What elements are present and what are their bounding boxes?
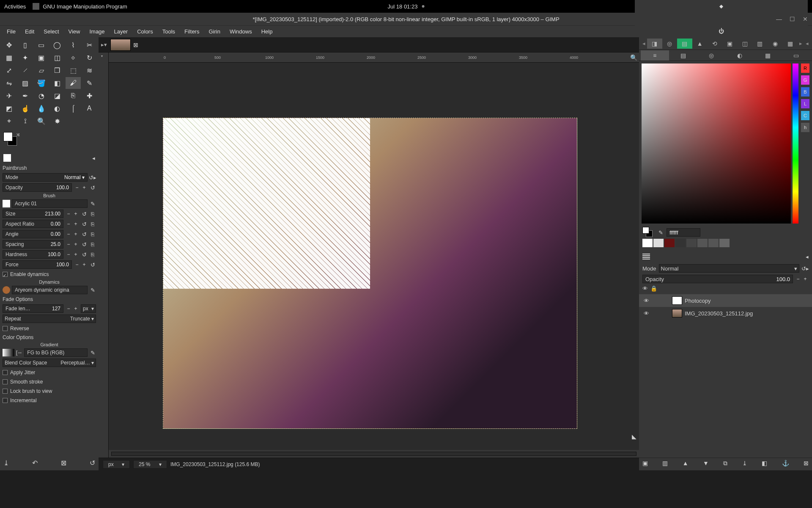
horizontal-ruler[interactable]: 0 500 1000 1500 2000 2500 3000 3500 4000… (109, 52, 639, 63)
tool-perspective[interactable]: ▱ (34, 64, 49, 76)
spacing-link-icon[interactable]: ⎘ (89, 240, 96, 248)
tool-measure[interactable]: ⟟ (18, 115, 33, 127)
tool-flip[interactable]: ⇋ (2, 77, 17, 89)
opacity-slider[interactable]: Opacity 100.0 (3, 183, 72, 192)
tool-gegl[interactable]: ✸ (49, 115, 65, 127)
menu-windows[interactable]: Windows (225, 27, 256, 36)
dynamics-select[interactable]: Aryeom dynamic origina (12, 286, 88, 294)
duplicate-layer-icon[interactable]: ⧉ (723, 460, 727, 469)
enable-dynamics-checkbox[interactable] (3, 272, 8, 277)
menu-layer[interactable]: Layer (110, 27, 132, 36)
colortab-watercolor[interactable]: ◎ (697, 50, 726, 61)
vertical-ruler[interactable]: ▾ (99, 52, 109, 458)
tool-paths[interactable]: ⌠ (66, 102, 81, 114)
app-name-label[interactable]: GNU Image Manipulation Program (43, 3, 127, 10)
aspect-inc[interactable]: + (72, 220, 79, 228)
tool-3dtransform[interactable]: ❒ (49, 64, 65, 76)
tool-by-color[interactable]: ▣ (34, 52, 49, 64)
delete-preset-icon[interactable]: ⊠ (61, 459, 66, 467)
tool-color-picker[interactable]: ⌖ (2, 115, 17, 127)
lock-pixels-icon[interactable]: 👁 (642, 285, 648, 292)
hue-slider[interactable] (793, 64, 798, 224)
tool-crop[interactable]: ◫ (49, 52, 65, 64)
layers-tab-icon[interactable] (642, 254, 650, 260)
angle-dec[interactable]: − (65, 230, 72, 238)
tool-move[interactable]: ✥ (2, 39, 17, 51)
layer-visibility-icon[interactable]: 👁 (642, 310, 650, 317)
tool-unified-transform[interactable]: ⟐ (66, 52, 81, 64)
colortab-picker[interactable]: ▭ (782, 50, 810, 61)
spacing-field[interactable]: Spacing 25.0 (3, 240, 63, 248)
swatch[interactable] (642, 239, 653, 247)
angle-link-icon[interactable]: ⎘ (89, 230, 96, 238)
menu-select[interactable]: Select (39, 27, 63, 36)
color-edit-icon[interactable]: ✎ (658, 229, 663, 236)
menu-colors[interactable]: Colors (133, 27, 157, 36)
menu-edit[interactable]: Edit (21, 27, 38, 36)
menu-girin[interactable]: Girin (204, 27, 224, 36)
gradient-thumb[interactable] (3, 349, 14, 356)
tool-mypaint[interactable]: ◔ (34, 90, 49, 102)
incremental-checkbox[interactable] (3, 398, 8, 403)
zoom-corner-icon[interactable]: 🔍 (630, 54, 639, 61)
unit-select[interactable]: px▾ (103, 460, 130, 469)
opacity-inc[interactable]: + (81, 184, 88, 191)
activities-button[interactable]: Activities (4, 3, 26, 10)
size-field[interactable]: Size 213.00 (3, 210, 63, 218)
tab-patterns[interactable]: ▦ (782, 39, 798, 49)
tool-options-menu-icon[interactable]: ◂ (92, 155, 95, 161)
tool-scissors[interactable]: ✂ (82, 39, 97, 51)
smooth-checkbox[interactable] (3, 379, 8, 384)
hardness-link-icon[interactable]: ⎘ (89, 251, 96, 258)
swatch[interactable] (719, 239, 730, 247)
fade-unit-select[interactable]: px▾ (81, 304, 96, 313)
gradient-edit-icon[interactable]: ✎ (89, 349, 96, 356)
reverse-checkbox[interactable] (3, 326, 8, 331)
tab-tool-options[interactable]: ◨ (647, 39, 662, 49)
tool-warp[interactable]: ≋ (82, 64, 97, 76)
tab-histogram[interactable]: ▥ (752, 39, 768, 49)
reset-preset-icon[interactable]: ↺ (90, 459, 95, 467)
layers-menu-icon[interactable]: ◂ (806, 254, 809, 260)
blend-space-select[interactable]: Blend Color Space Perceptual… ▾ (3, 359, 96, 367)
menu-image[interactable]: Image (85, 27, 109, 36)
mode-reset-icon[interactable]: ↺▸ (89, 174, 96, 181)
menu-view[interactable]: View (64, 27, 85, 36)
hardness-reset-icon[interactable]: ↺ (81, 251, 88, 258)
dock-tab-menu-icon[interactable]: ◂ (804, 40, 810, 47)
zoom-select[interactable]: 25 %▾ (133, 460, 167, 469)
aspect-link-icon[interactable]: ⎘ (89, 220, 96, 228)
navigate-icon[interactable]: ◣ (632, 433, 636, 440)
tab-layers[interactable]: ▤ (677, 39, 692, 49)
tool-rotate[interactable]: ↻ (82, 52, 97, 64)
delete-layer-icon[interactable]: ⊠ (804, 460, 809, 469)
tool-free-select[interactable]: ⌇ (66, 39, 81, 51)
close-button[interactable]: ✕ (803, 16, 808, 22)
maximize-button[interactable]: ☐ (790, 16, 795, 22)
opacity-reset-icon[interactable]: ↺ (89, 184, 96, 191)
tool-eraser[interactable]: ◪ (49, 90, 65, 102)
tool-scale[interactable]: ⤢ (2, 64, 17, 76)
layer-row[interactable]: 👁 Photocopy (639, 294, 812, 307)
fg-color-swatch[interactable] (3, 132, 13, 141)
channel-b[interactable]: B (801, 87, 809, 97)
layer-name[interactable]: IMG_20230503_125112.jpg (685, 310, 753, 317)
tool-smudge[interactable]: ☝ (18, 102, 33, 114)
menu-help[interactable]: Help (257, 27, 277, 36)
dock-tab-next-icon[interactable]: ▸ (798, 40, 804, 47)
lockbrush-checkbox[interactable] (3, 389, 8, 394)
spacing-inc[interactable]: + (72, 240, 79, 248)
hex-field[interactable]: ffffff (667, 228, 700, 237)
image-tab-close-icon[interactable]: ⊠ (133, 41, 138, 48)
tab-pointer[interactable]: ▲ (692, 39, 708, 49)
layer-mode-reset-icon[interactable]: ↺▸ (802, 265, 809, 272)
tool-text[interactable]: A (82, 102, 97, 114)
tool-pencil[interactable]: ✎ (82, 77, 97, 89)
force-field[interactable]: Force 100.0 (3, 260, 72, 269)
gradient-select[interactable]: FG to BG (RGB) (24, 348, 88, 357)
gradient-reverse-icon[interactable]: [↔ (16, 350, 22, 356)
aspect-field[interactable]: Aspect Ratio 0.00 (3, 220, 63, 228)
tool-cage[interactable]: ▨ (18, 77, 33, 89)
mode-select[interactable]: Mode Normal ▾ (3, 173, 88, 182)
new-layer-icon[interactable]: ▣ (642, 460, 648, 469)
